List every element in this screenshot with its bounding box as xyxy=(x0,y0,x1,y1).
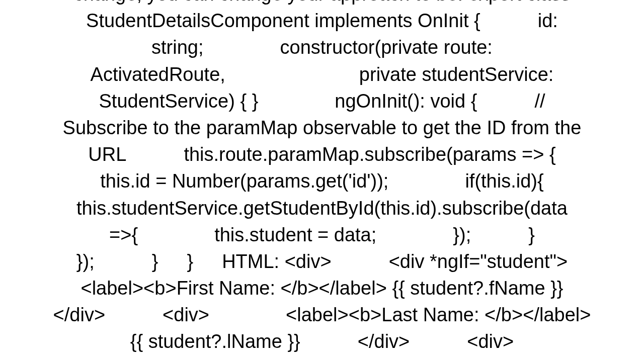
text-line: } xyxy=(187,251,193,272)
text-line: string; xyxy=(151,37,203,58)
text-line: {{ student?.lName }} xyxy=(130,331,300,352)
text-line: </div> xyxy=(358,331,410,352)
text-line: } xyxy=(528,224,535,245)
text-line: this.student = data; xyxy=(214,224,376,245)
text-line: this.id = Number(params.get('id')); xyxy=(100,170,388,192)
text-line: private studentService: xyxy=(359,64,554,85)
text-line: } xyxy=(152,251,158,272)
text-line: Subscribe to the paramMap observable to … xyxy=(63,117,582,138)
text-line: </div> xyxy=(53,304,106,325)
text-line: constructor(private route: xyxy=(280,37,493,58)
text-line: StudentDetailsComponent implements OnIni… xyxy=(86,10,480,31)
text-line: ActivatedRoute, xyxy=(91,64,225,85)
text-line: this.studentService.getStudentById(this.… xyxy=(76,198,568,219)
text-line: }); xyxy=(76,251,95,272)
text-line: // xyxy=(534,90,545,112)
text-line: <label><b>First Name: </b></label> {{ st… xyxy=(80,278,563,299)
text-line: URL xyxy=(88,144,126,165)
text-line: <label><b>Last Name: </b></label> xyxy=(286,304,591,325)
text-line: <div> xyxy=(163,304,209,325)
text-line: =>{ xyxy=(109,224,138,245)
text-line: ngOnInit(): void { xyxy=(335,90,477,112)
text-line: <div> xyxy=(467,331,514,352)
text-line: StudentService) { } xyxy=(99,90,258,112)
document-body: change, you can change your approach to … xyxy=(0,0,644,355)
text-line: <div *ngIf="student"> xyxy=(389,251,568,272)
text-line: if(this.id){ xyxy=(465,170,543,192)
text-line: }); xyxy=(453,224,471,245)
text-line: HTML: <div> xyxy=(222,251,332,272)
text-line: change, you can change your approach to … xyxy=(74,0,571,5)
text-line: id: xyxy=(538,10,558,31)
text-line: this.route.paramMap.subscribe(params => … xyxy=(184,144,555,165)
